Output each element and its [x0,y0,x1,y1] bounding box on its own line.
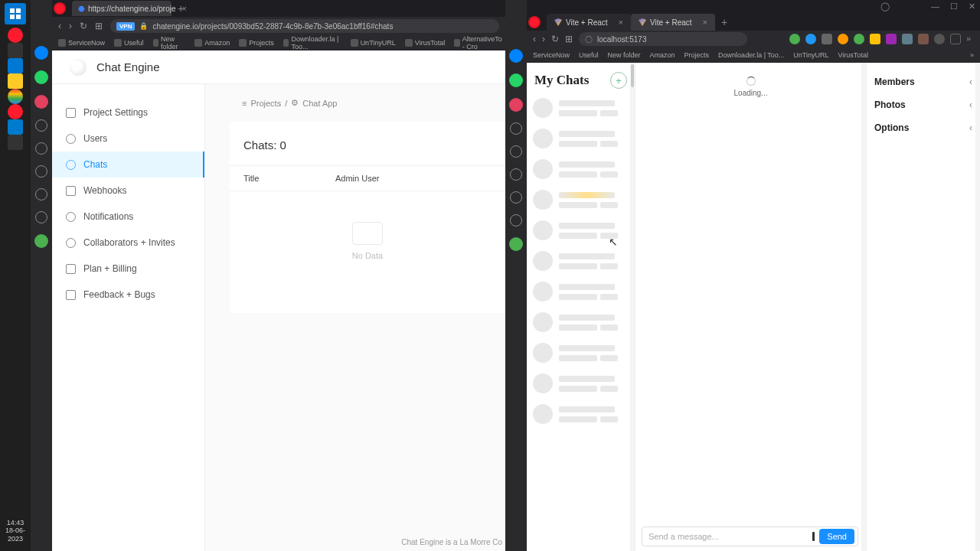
sidebar-item-plan-billing[interactable]: Plan + Billing [52,256,204,282]
bulb-icon[interactable] [35,211,47,223]
vpn-badge[interactable]: VPN [116,22,135,31]
instagram-icon[interactable] [34,95,48,109]
close-button[interactable]: ✕ [969,2,975,11]
heart-icon[interactable] [35,165,47,178]
download-icon[interactable] [950,34,961,44]
opera-logo-icon[interactable] [528,16,541,28]
whatsapp-icon[interactable] [509,73,523,87]
chrome-taskbar-icon[interactable] [8,89,23,104]
ext-icon[interactable] [838,34,848,44]
sidebar-item-users[interactable]: Users [52,126,204,152]
scrollbar[interactable] [630,63,635,551]
members-section[interactable]: Members‹ [873,70,974,93]
scrollbar[interactable] [861,63,866,551]
options-section[interactable]: Options‹ [873,116,974,139]
forward-button[interactable]: › [69,21,72,31]
new-tab-button[interactable]: + [721,16,727,28]
bookmark[interactable]: Useful [114,39,144,47]
messenger-icon[interactable] [34,46,48,60]
browser-tab-inactive[interactable]: Vite + React × [547,14,631,31]
bookmark[interactable]: Useful [579,51,599,59]
opera-logo-icon[interactable] [54,2,66,15]
minimize-button[interactable]: — [931,2,939,11]
browser-tab[interactable]: ⬣ https://chatengine.io/proje × [72,1,172,16]
start-button[interactable] [5,3,26,24]
bookmark[interactable]: Downloader.la | Too... [718,51,784,59]
bookmark[interactable]: New folder [153,35,186,51]
ext-icon[interactable] [918,34,929,44]
whatsapp-icon[interactable] [34,70,48,84]
message-input[interactable]: Send a message... [648,532,719,541]
taskbar-clock[interactable]: 14:43 18-06-2023 [0,519,31,543]
ext-icon[interactable] [822,34,832,44]
back-button[interactable]: ‹ [58,21,61,31]
ext-icon[interactable] [902,34,913,44]
sidebar-item-collaborators[interactable]: Collaborators + Invites [52,230,204,256]
bookmark[interactable]: Projects [684,51,710,59]
maximize-button[interactable]: ☐ [950,2,958,11]
terminal-taskbar-icon[interactable] [8,135,23,150]
bookmark[interactable]: Downloader.la | Too... [283,35,341,51]
ext-icon[interactable] [886,34,897,44]
ext-icon[interactable] [854,34,864,44]
bookmark[interactable]: VirusTotal [838,51,868,59]
ext-icon[interactable] [789,34,800,44]
explorer-taskbar-icon[interactable] [8,73,23,89]
new-tab-button[interactable]: + [178,2,184,15]
messenger-icon[interactable] [509,49,523,63]
reload-button[interactable]: ↻ [551,34,559,44]
play-icon[interactable] [510,145,522,158]
sidebar-item-project-settings[interactable]: Project Settings [52,99,204,126]
bookmark[interactable]: Amazon [650,51,675,59]
close-tab-icon[interactable]: × [703,18,707,27]
instagram-icon[interactable] [509,98,523,112]
taskbar-app-icon[interactable] [8,43,23,58]
profile-icon[interactable]: ◯ [880,2,890,11]
photos-section[interactable]: Photos‹ [873,93,974,116]
forward-button[interactable]: › [542,34,545,44]
speed-dial-icon[interactable]: ⊞ [565,34,573,44]
sidebar-green-icon[interactable] [34,234,48,248]
overflow-icon[interactable]: » [966,34,971,44]
back-button[interactable]: ‹ [533,34,536,44]
breadcrumb-projects[interactable]: Projects [250,99,281,108]
vscode-taskbar-icon[interactable] [8,119,23,135]
bookmark[interactable]: ServiceNow [533,51,570,59]
profile-icon[interactable] [934,34,945,44]
url-input[interactable]: VPN 🔒 chatengine.io/projects/0093bd52-28… [110,19,499,33]
bookmark[interactable]: AlternativeTo - Cro [454,35,505,51]
sidebar-icon[interactable] [510,122,522,135]
reload-button[interactable]: ↻ [80,21,87,31]
sidebar-item-feedback[interactable]: Feedback + Bugs [52,282,204,308]
send-button[interactable]: Send [819,529,854,544]
opera2-taskbar-icon[interactable] [8,104,23,119]
opera-taskbar-icon[interactable] [8,28,23,43]
play-icon[interactable] [35,142,47,155]
sidebar-item-chats[interactable]: Chats [52,152,204,178]
close-tab-icon[interactable]: × [619,18,623,27]
bookmark[interactable]: Amazon [194,39,230,47]
speed-dial-icon[interactable]: ⊞ [95,21,103,31]
heart-icon[interactable] [510,168,522,181]
sidebar-green-icon[interactable] [509,237,523,251]
ext-icon[interactable] [870,34,880,44]
bookmark[interactable]: New folder [608,51,641,59]
bookmark[interactable]: Projects [239,39,274,47]
bookmark[interactable]: UnTinyURL [793,51,828,59]
ext-icon[interactable] [805,34,816,44]
bookmark[interactable]: ServiceNow [58,39,105,47]
bookmark-overflow[interactable]: » [970,51,974,59]
edge-taskbar-icon[interactable] [8,58,23,73]
sidebar-item-notifications[interactable]: Notifications [52,204,204,230]
url-input[interactable]: ◯ localhost:5173 [579,32,747,46]
bookmark[interactable]: UnTinyURL [351,39,396,47]
bookmark[interactable]: VirusTotal [405,39,445,47]
history-icon[interactable] [35,188,47,201]
history-icon[interactable] [510,191,522,204]
attach-icon[interactable] [812,532,815,541]
add-chat-button[interactable]: + [610,72,627,89]
scrollbar[interactable] [975,63,980,551]
sidebar-item-webhooks[interactable]: Webhooks [52,178,204,204]
browser-tab-active[interactable]: Vite + React × [631,14,715,31]
bulb-icon[interactable] [510,214,522,227]
